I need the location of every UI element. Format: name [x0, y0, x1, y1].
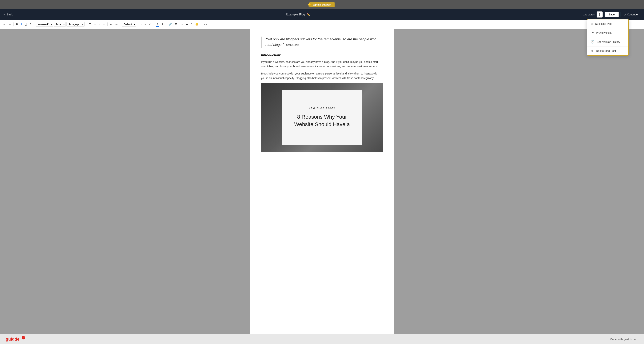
color-underline: [156, 26, 159, 27]
delete-post-item[interactable]: 🗑 Delete Blog Post: [587, 46, 628, 55]
formatting-toolbar: ↩ ↪ B I U S sans-serif 24px Paragraph ☰ …: [0, 20, 644, 29]
title-text: Example Blog: [286, 13, 305, 16]
text-color-select[interactable]: Default: [122, 22, 136, 27]
save-button[interactable]: Save: [604, 12, 619, 17]
footer-made-with: Made with guidde.com: [610, 338, 638, 341]
font-family-select[interactable]: sans-serif: [36, 22, 53, 27]
toolbar-separator-6: [138, 22, 138, 26]
guidde-logo-text: guidde.: [6, 337, 20, 342]
toolbar-separator-3: [86, 22, 86, 26]
align-center-button[interactable]: ≡: [93, 22, 97, 26]
blog-image-card: NEW BLOG POST! 8 Reasons Why Your Websit…: [282, 90, 362, 145]
blog-image-tag: NEW BLOG POST!: [309, 107, 335, 109]
blog-image-title: 8 Reasons Why Your Website Should Have a: [294, 113, 350, 128]
edit-title-icon[interactable]: ✏️: [306, 13, 310, 16]
options-dropdown: ⧉ Duplicate Post 👁 Preview Post 🕐 See Ve…: [587, 19, 629, 56]
image-button[interactable]: 🖼: [174, 22, 178, 26]
toolbar-separator-9: [201, 22, 201, 26]
continue-arrow-icon: ▷: [624, 13, 626, 16]
italic-button[interactable]: I: [20, 22, 23, 26]
ordered-list-button[interactable]: #: [144, 22, 147, 26]
duplicate-label: Duplicate Post: [595, 22, 612, 25]
toolbar-separator-1: [13, 22, 14, 26]
intro-heading: Introduction:: [261, 53, 383, 57]
video-button[interactable]: ▶: [185, 22, 189, 26]
quote-block: “Not only are bloggers suckers for the r…: [261, 36, 383, 48]
color-a-label: A: [157, 23, 158, 26]
intro-para-2: Blogs help you connect with your audienc…: [261, 72, 383, 80]
version-history-item[interactable]: 🕐 See Version History: [587, 37, 628, 46]
bold-button[interactable]: B: [15, 22, 19, 26]
delete-label: Delete Blog Post: [596, 49, 616, 52]
trash-icon: 🗑: [591, 49, 594, 52]
editor-area[interactable]: “Not only are bloggers suckers for the r…: [0, 29, 644, 334]
quote-text: “Not only are bloggers suckers for the r…: [266, 37, 376, 47]
editor-title: Example Blog ✏️: [13, 13, 583, 16]
duplicate-icon: ⧉: [591, 22, 593, 26]
header-bar: ← Back Example Blog ✏️ 141 words ⋮ Save …: [0, 9, 644, 20]
preview-icon: 👁: [591, 31, 594, 34]
support-button[interactable]: topline Support: [310, 2, 334, 7]
align-justify-button[interactable]: ≡: [102, 22, 106, 26]
blockquote-button[interactable]: ❝: [190, 22, 194, 26]
header-right: 141 words ⋮ Save ▷ Continue: [583, 12, 641, 18]
version-icon: 🕐: [591, 40, 594, 44]
editor-content: “Not only are bloggers suckers for the r…: [250, 29, 394, 334]
paragraph-style-select[interactable]: Paragraph: [66, 22, 84, 27]
footer-bar: guidde. 28 Made with guidde.com: [0, 334, 644, 344]
toolbar-separator-8: [166, 22, 166, 26]
continue-button[interactable]: ▷ Continue: [620, 12, 641, 17]
strikethrough-button[interactable]: S: [28, 22, 32, 26]
outdent-button[interactable]: ⇤: [109, 22, 114, 26]
smiley-button[interactable]: 😊: [194, 22, 200, 26]
duplicate-post-item[interactable]: ⧉ Duplicate Post: [587, 20, 628, 28]
link-button[interactable]: 🔗: [168, 22, 173, 26]
undo-button[interactable]: ↩: [2, 22, 7, 26]
preview-post-item[interactable]: 👁 Preview Post: [587, 28, 628, 37]
back-button[interactable]: ← Back: [3, 13, 13, 16]
word-count: 141 words: [583, 13, 595, 16]
back-label: Back: [7, 13, 13, 16]
guidde-logo: guidde. 28: [6, 337, 25, 342]
redo-button[interactable]: ↪: [8, 22, 12, 26]
bullet-list-button[interactable]: •: [140, 22, 143, 26]
continue-label: Continue: [627, 13, 638, 16]
align-left-button[interactable]: ☰: [88, 22, 92, 26]
check-list-button[interactable]: ✓: [148, 22, 152, 26]
indent-button[interactable]: ⇥: [114, 22, 119, 26]
intro-para-1: If you run a website, chances are you al…: [261, 60, 383, 69]
lightning-icon: ⚡: [307, 2, 312, 7]
text-color-a-button[interactable]: A: [156, 22, 160, 27]
preview-label: Preview Post: [596, 31, 612, 34]
blog-featured-image: NEW BLOG POST! 8 Reasons Why Your Websit…: [261, 83, 383, 152]
emoji-button[interactable]: ☺: [179, 22, 184, 26]
toolbar-separator-7: [154, 22, 154, 26]
more-toolbar-button[interactable]: <>: [203, 22, 208, 26]
text-color-a2-button[interactable]: A: [160, 22, 164, 26]
version-label: See Version History: [597, 40, 620, 44]
underline-button[interactable]: U: [24, 22, 28, 26]
top-banner: ⚡ topline Support: [0, 0, 644, 9]
back-arrow-icon: ←: [3, 13, 6, 16]
align-right-button[interactable]: ≡: [98, 22, 102, 26]
font-size-select[interactable]: 24px: [54, 22, 66, 27]
quote-attribution: - Seth Godin: [284, 44, 300, 46]
guidde-badge: 28: [22, 336, 25, 340]
more-options-button[interactable]: ⋮: [596, 12, 603, 18]
